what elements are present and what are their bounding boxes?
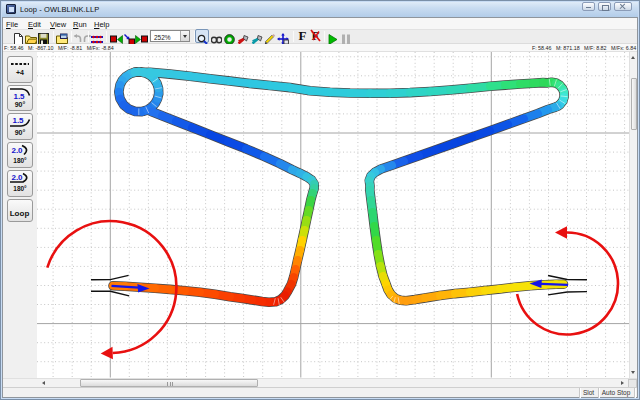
svg-text:+4: +4 (16, 69, 24, 76)
svg-text:2.0: 2.0 (11, 146, 23, 155)
svg-text:90°: 90° (14, 101, 25, 108)
svg-text:180°: 180° (13, 185, 27, 192)
svg-text:180°: 180° (13, 157, 27, 164)
svg-text:1.5: 1.5 (12, 116, 24, 125)
svg-text:90°: 90° (14, 129, 25, 136)
svg-text:1.5: 1.5 (13, 91, 25, 100)
svg-text:2.0: 2.0 (11, 173, 23, 182)
